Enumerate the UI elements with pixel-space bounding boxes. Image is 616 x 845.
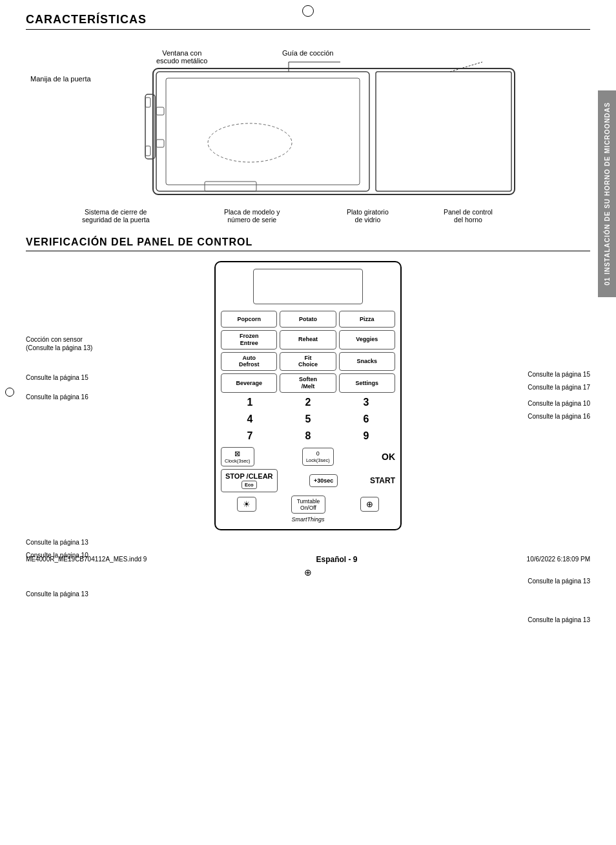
svg-rect-13 [156, 140, 164, 147]
btn-clock[interactable]: ⊠ Clock(3sec) [221, 447, 254, 466]
label-panel: Panel de control del horno [444, 208, 493, 224]
annotation-left-consulte15: Consulte la página 15 [26, 374, 88, 381]
btn-reheat[interactable]: Reheat [280, 330, 336, 349]
btn-4[interactable]: 4 [240, 413, 260, 425]
btn-snacks[interactable]: Snacks [339, 352, 395, 371]
btn-plus30[interactable]: +30sec [309, 474, 338, 487]
btn-9[interactable]: 9 [356, 430, 376, 442]
btn-brightness[interactable]: ☀ [237, 497, 256, 512]
btn-start[interactable]: START [370, 476, 395, 485]
btn-auto-defrost[interactable]: Auto Defrost [221, 352, 277, 371]
btn-stop-clear[interactable]: STOP /CLEAR Eco [221, 469, 278, 492]
svg-rect-0 [153, 68, 515, 194]
btn-veggies[interactable]: Veggies [339, 330, 395, 349]
btn-8[interactable]: 8 [298, 430, 318, 442]
bottom-row: ☀ Turntable On/Off ⊕ [221, 496, 395, 514]
annotation-right-consulte16: Consulte la página 16 [528, 413, 590, 420]
svg-rect-8 [205, 182, 256, 191]
svg-rect-12 [156, 107, 164, 115]
annotation-left-consulte13b: Consulte la página 13 [26, 590, 88, 598]
annotation-left-consulte10: Consulte la página 10 [26, 552, 88, 559]
bottom-info: ME4000R_ME19CB704112A_MES.indd 9 Español… [26, 550, 590, 564]
btn-5[interactable]: 5 [298, 413, 318, 425]
section2-title: VERIFICACIÓN DEL PANEL DE CONTROL [26, 236, 590, 251]
annotation-right-consulte13a: Consulte la página 13 [528, 578, 590, 585]
btn-ok[interactable]: OK [382, 452, 395, 462]
page-number: Español - 9 [147, 555, 526, 564]
annotation-left-consulte13a: Consulte la página 13 [26, 539, 88, 546]
right-tab: 01 INSTALACIÓN DE SU HORNO DE MICROONDAS [598, 90, 616, 297]
bottom-decoration: ⊕ [26, 567, 590, 578]
btn-smartthings-icon[interactable]: ⊕ [360, 497, 379, 512]
btn-7[interactable]: 7 [240, 430, 260, 442]
svg-rect-6 [145, 98, 150, 107]
special-row-clock: ⊠ Clock(3sec) 0 Lock(3sec) OK [221, 447, 395, 466]
clock-icon: ⊠ [225, 450, 251, 458]
microwave-svg [108, 56, 528, 211]
display-screen [253, 269, 363, 304]
numrow-123: 1 2 3 [221, 397, 395, 408]
clock-label: Clock(3sec) [225, 458, 251, 464]
control-panel-section: Cocción con sensor (Consulte la página 1… [26, 261, 590, 530]
annotation-right-consulte15: Consulte la página 15 [528, 371, 590, 378]
label-plato: Plato giratorio de vidrio [347, 208, 389, 224]
annotation-coccion: Cocción con sensor (Consulte la página 1… [26, 335, 92, 352]
btn-beverage[interactable]: Beverage [221, 373, 277, 393]
svg-line-11 [450, 62, 482, 72]
right-tab-text: 01 INSTALACIÓN DE SU HORNO DE MICROONDAS [604, 102, 611, 286]
btn-fit-choice[interactable]: Fit Choice [280, 352, 336, 371]
svg-rect-7 [145, 146, 150, 156]
button-row-3: Auto Defrost Fit Choice Snacks [221, 352, 395, 371]
btn-3[interactable]: 3 [356, 397, 376, 408]
btn-popcorn[interactable]: Popcorn [221, 311, 277, 328]
btn-potato[interactable]: Potato [280, 311, 336, 328]
top-decoration [302, 5, 314, 17]
button-row-2: Frozen Entree Reheat Veggies [221, 330, 395, 349]
svg-point-3 [208, 123, 292, 162]
eco-label: Eco [241, 481, 257, 489]
numrow-789: 7 8 9 [221, 430, 395, 442]
btn-pizza[interactable]: Pizza [339, 311, 395, 328]
button-row-1: Popcorn Potato Pizza [221, 311, 395, 328]
left-circle-decoration [5, 388, 14, 397]
btn-zero[interactable]: 0 Lock(3sec) [302, 448, 334, 466]
label-manija: Manija de la puerta [30, 75, 91, 83]
btn-frozen-entree[interactable]: Frozen Entree [221, 330, 277, 349]
microwave-diagram: Manija de la puerta Ventana con escudo m… [30, 36, 586, 224]
smartthings-label: SmartThings [221, 516, 395, 523]
button-row-4: Beverage Soften /Melt Settings [221, 373, 395, 393]
annotation-right-consulte10: Consulte la página 10 [528, 400, 590, 407]
svg-rect-1 [156, 72, 369, 191]
label-placa: Placa de modelo y número de serie [224, 208, 280, 224]
btn-1[interactable]: 1 [240, 397, 260, 408]
footer-date: 10/6/2022 6:18:09 PM [527, 556, 590, 563]
annotation-left-consulte16: Consulte la página 16 [26, 393, 88, 401]
numpad: 1 2 3 4 5 6 7 8 9 [221, 397, 395, 442]
label-sistema: Sistema de cierre de seguridad de la pue… [82, 208, 150, 224]
panel-center: Popcorn Potato Pizza Frozen Entree Rehea… [26, 261, 590, 530]
annotation-right-consulte17: Consulte la página 17 [528, 384, 590, 391]
btn-turntable[interactable]: Turntable On/Off [291, 496, 326, 514]
btn-6[interactable]: 6 [356, 413, 376, 425]
btn-2[interactable]: 2 [298, 397, 318, 408]
btn-settings[interactable]: Settings [339, 373, 395, 393]
control-panel-box: Popcorn Potato Pizza Frozen Entree Rehea… [214, 261, 402, 530]
special-row-stop: STOP /CLEAR Eco +30sec START [221, 469, 395, 492]
svg-rect-2 [166, 78, 360, 185]
numrow-456: 4 5 6 [221, 413, 395, 425]
svg-rect-4 [376, 72, 511, 191]
stop-label: STOP /CLEAR [225, 472, 273, 480]
annotation-right-consulte13b: Consulte la página 13 [528, 616, 590, 623]
btn-soften-melt[interactable]: Soften /Melt [280, 373, 336, 393]
